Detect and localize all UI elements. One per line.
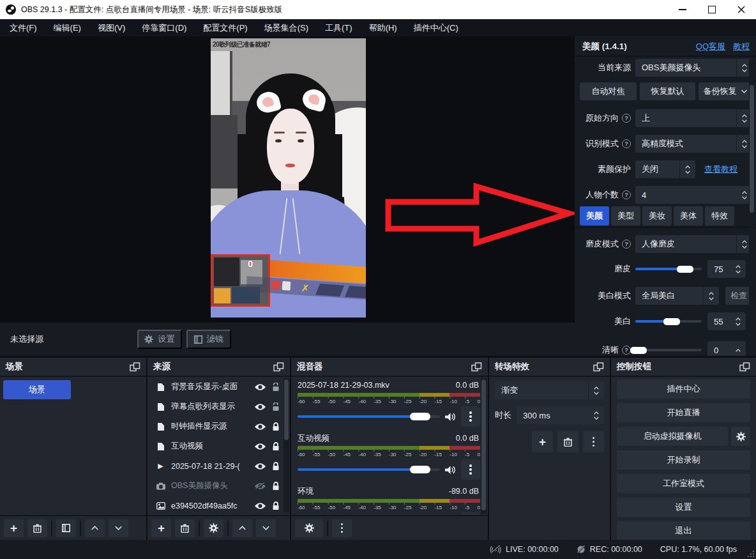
menu-profile[interactable]: 配置文件(P) xyxy=(195,19,255,36)
visibility-eye-icon[interactable] xyxy=(254,383,266,391)
current-source-select[interactable]: OBS美颜摄像头 xyxy=(635,59,752,77)
visibility-eye-icon[interactable] xyxy=(254,463,266,470)
source-list-scrollbar[interactable] xyxy=(284,378,289,512)
slider-handle[interactable] xyxy=(630,347,647,354)
select-spinner[interactable] xyxy=(588,381,604,399)
help-icon[interactable] xyxy=(622,114,631,123)
white-slider[interactable] xyxy=(635,320,702,323)
beauty-panel-scrollbar[interactable] xyxy=(749,59,755,353)
help-icon[interactable] xyxy=(622,346,631,355)
lock-closed-icon[interactable] xyxy=(272,442,280,451)
scene-filters-button[interactable] xyxy=(56,519,76,537)
duration-spinbox[interactable]: 300 ms xyxy=(517,406,604,424)
help-icon[interactable] xyxy=(622,240,631,249)
exit-button[interactable]: 退出 xyxy=(617,521,750,540)
popout-icon[interactable] xyxy=(130,362,140,372)
slider-handle[interactable] xyxy=(410,466,430,473)
qq-support-link[interactable]: QQ客服 xyxy=(696,41,725,52)
popout-icon[interactable] xyxy=(471,362,482,372)
makeup-protect-select[interactable]: 关闭 xyxy=(635,160,695,178)
transition-menu-button[interactable] xyxy=(583,431,604,452)
studio-mode-button[interactable]: 工作室模式 xyxy=(617,474,750,493)
source-properties-button[interactable] xyxy=(204,519,223,537)
track-menu-button[interactable] xyxy=(461,459,480,480)
start-virtual-camera-button[interactable]: 启动虚拟摄像机 xyxy=(617,427,728,446)
slider-handle[interactable] xyxy=(663,318,680,325)
resize-grip[interactable] xyxy=(748,551,754,557)
select-spinner[interactable] xyxy=(703,287,719,305)
orientation-select[interactable]: 上 xyxy=(635,109,752,127)
backup-restore-button[interactable]: 备份恢复 xyxy=(699,82,752,100)
menu-help[interactable]: 帮助(H) xyxy=(361,19,405,36)
lock-open-icon[interactable] xyxy=(272,383,280,392)
move-source-down-button[interactable] xyxy=(256,519,276,537)
scrollbar-thumb[interactable] xyxy=(284,379,289,440)
lock-closed-icon[interactable] xyxy=(272,462,280,471)
tab-body[interactable]: 美体 xyxy=(674,206,703,226)
remove-transition-button[interactable] xyxy=(557,431,578,452)
menu-edit[interactable]: 编辑(E) xyxy=(45,19,89,36)
detect-mode-select[interactable]: 高精度模式 xyxy=(635,135,752,153)
slider-handle[interactable] xyxy=(410,413,430,420)
clarity-slider[interactable] xyxy=(635,349,702,351)
menu-docks[interactable]: 停靠窗口(D) xyxy=(133,19,195,36)
view-tutorial-link[interactable]: 查看教程 xyxy=(704,164,737,175)
mixer-menu-button[interactable] xyxy=(332,519,352,537)
smooth-mode-select[interactable]: 人像磨皮 xyxy=(635,235,752,253)
smooth-slider[interactable] xyxy=(635,268,702,270)
menu-tools[interactable]: 工具(T) xyxy=(317,19,361,36)
source-filters-button[interactable]: 滤镜 xyxy=(186,330,231,349)
source-row[interactable]: 弹幕点歌列表显示 xyxy=(147,397,290,417)
volume-slider[interactable] xyxy=(298,415,440,418)
speaker-icon[interactable] xyxy=(445,413,456,421)
settings-button[interactable]: 设置 xyxy=(617,498,750,517)
start-streaming-button[interactable]: 开始直播 xyxy=(617,403,750,422)
spin-buttons[interactable] xyxy=(730,312,746,330)
popout-icon[interactable] xyxy=(593,362,604,372)
video-preview[interactable]: 0 ✗ 20歌列级已准备就绪7 xyxy=(211,38,366,318)
popout-icon[interactable] xyxy=(273,362,284,372)
tab-reshape[interactable]: 美型 xyxy=(611,206,640,226)
people-count-spinbox[interactable]: 4 xyxy=(635,186,752,204)
restore-default-button[interactable]: 恢复默认 xyxy=(640,82,695,100)
white-spinbox[interactable]: 55 xyxy=(707,312,746,330)
lock-closed-icon[interactable] xyxy=(272,422,280,431)
smooth-spinbox[interactable]: 75 xyxy=(707,260,746,278)
advanced-audio-button[interactable] xyxy=(295,519,323,537)
check-button[interactable]: 检查 xyxy=(725,287,752,305)
lock-closed-icon[interactable] xyxy=(272,502,280,510)
help-icon[interactable] xyxy=(622,190,631,199)
move-scene-up-button[interactable] xyxy=(85,519,105,537)
menu-file[interactable]: 文件(F) xyxy=(1,19,45,36)
select-spinner[interactable] xyxy=(679,160,695,178)
tutorial-link[interactable]: 教程 xyxy=(733,41,750,52)
tab-effects[interactable]: 特效 xyxy=(705,206,734,226)
remove-source-button[interactable] xyxy=(175,519,195,537)
source-row[interactable]: e394502df49aa5fc xyxy=(147,496,290,516)
source-row[interactable]: 2025-07-18 21-29-( xyxy=(147,456,290,476)
tab-makeup[interactable]: 美妆 xyxy=(642,206,672,226)
spin-buttons[interactable] xyxy=(730,260,746,278)
autofocus-button[interactable]: 自动对焦 xyxy=(580,82,637,100)
remove-scene-button[interactable] xyxy=(27,519,47,537)
lock-closed-icon[interactable] xyxy=(272,482,280,491)
menu-scene-collection[interactable]: 场景集合(S) xyxy=(256,19,317,36)
transition-type-select[interactable]: 渐变 xyxy=(495,381,604,399)
visibility-eye-icon[interactable] xyxy=(254,423,266,431)
source-row[interactable]: 时钟插件显示源 xyxy=(147,417,290,436)
popout-icon[interactable] xyxy=(739,362,750,372)
scrollbar-thumb[interactable] xyxy=(750,85,754,213)
start-recording-button[interactable]: 开始录制 xyxy=(617,450,750,470)
help-icon[interactable] xyxy=(622,139,631,148)
slider-handle[interactable] xyxy=(677,266,693,273)
track-menu-button[interactable] xyxy=(461,406,480,427)
source-settings-button[interactable]: 设置 xyxy=(137,330,182,349)
volume-slider[interactable] xyxy=(298,468,440,471)
source-row[interactable]: 背景音乐显示-桌面 xyxy=(147,377,290,397)
plugin-center-button[interactable]: 插件中心 xyxy=(617,379,750,399)
speaker-icon[interactable] xyxy=(445,466,456,474)
visibility-eye-icon[interactable] xyxy=(254,443,266,450)
close-button[interactable] xyxy=(727,0,756,19)
lock-open-icon[interactable] xyxy=(272,402,280,411)
spin-buttons[interactable] xyxy=(589,406,604,424)
